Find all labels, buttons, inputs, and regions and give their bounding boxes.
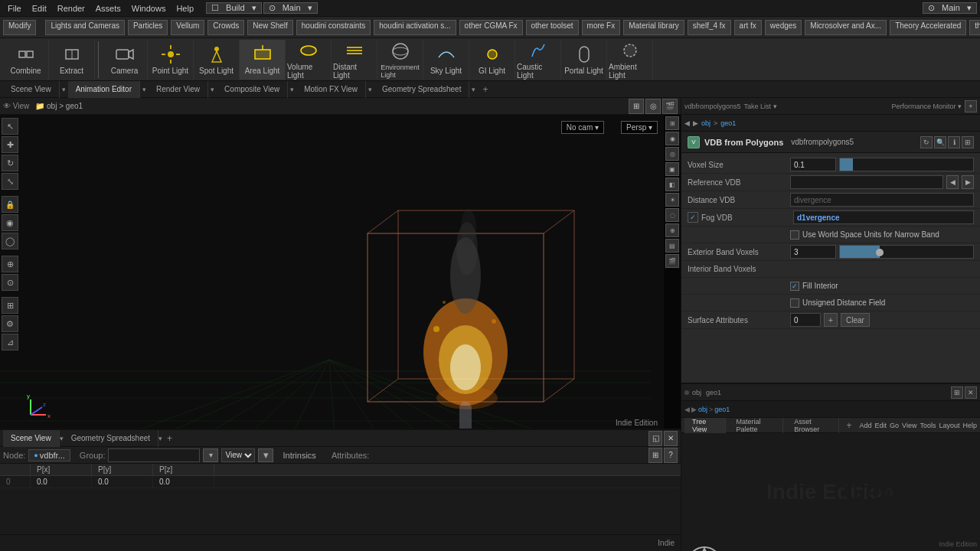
bottom-expand-btn[interactable]: ◱ bbox=[648, 431, 662, 446]
coord-tool[interactable]: ⊿ bbox=[2, 334, 18, 350]
gi-light-tool[interactable]: GI Light bbox=[469, 40, 515, 80]
ref-vdb-next[interactable]: ▶ bbox=[962, 175, 974, 189]
select-tool[interactable]: ↖ bbox=[2, 118, 18, 135]
vs-bg[interactable]: ▤ bbox=[665, 239, 679, 253]
spot-light-tool[interactable]: Spot Light bbox=[194, 40, 240, 80]
vs-overlay[interactable]: ⊕ bbox=[665, 223, 679, 237]
group-filter-btn[interactable]: ▾ bbox=[203, 448, 218, 462]
sky-light-tool[interactable]: Sky Light bbox=[423, 40, 469, 80]
table-filter-btn[interactable]: ⊞ bbox=[648, 448, 662, 463]
ref-vdb-input[interactable] bbox=[790, 175, 943, 189]
env-light-tool[interactable]: EnvironmentLight bbox=[377, 40, 423, 80]
dist-vdb-input[interactable] bbox=[790, 193, 974, 207]
crowds-btn[interactable]: Crowds bbox=[207, 20, 244, 35]
fill-interior-checkbox[interactable] bbox=[790, 282, 799, 291]
ext-band-slider[interactable] bbox=[839, 245, 974, 259]
lock-icon[interactable]: 🔒 bbox=[2, 196, 18, 213]
no-cam-badge[interactable]: No cam ▾ bbox=[561, 121, 604, 134]
more-fx-btn[interactable]: more Fx bbox=[582, 20, 621, 35]
vs-wire[interactable]: ▣ bbox=[665, 162, 679, 176]
fog-vdb-input[interactable] bbox=[793, 210, 974, 224]
viewport-display-btn[interactable]: ◎ bbox=[645, 99, 661, 114]
node-editor-canvas[interactable]: Indie Edition Geometry probablevolumes V… bbox=[681, 433, 980, 551]
node-info-btn[interactable]: ℹ bbox=[948, 136, 960, 148]
view-select-btn[interactable]: ▾ bbox=[258, 448, 273, 462]
new-shelf-btn[interactable]: New Shelf bbox=[247, 20, 293, 35]
rp-obj-label[interactable]: obj bbox=[692, 389, 701, 396]
tab-scene-view-bottom[interactable]: Scene View bbox=[3, 430, 60, 447]
vs-display2[interactable]: ◎ bbox=[665, 147, 679, 161]
point-light-tool[interactable]: Point Light bbox=[148, 40, 194, 80]
persp-badge[interactable]: Persp ▾ bbox=[621, 121, 658, 134]
handle-tool[interactable]: ⊞ bbox=[2, 297, 18, 314]
area-light-tool[interactable]: Area Light bbox=[240, 40, 286, 80]
clear-btn[interactable]: Clear bbox=[841, 313, 870, 327]
tab-geometry-spreadsheet-bottom[interactable]: Geometry Spreadsheet bbox=[64, 430, 158, 447]
move-tool[interactable]: ✚ bbox=[2, 136, 18, 153]
ne-tab-asset-browser[interactable]: Asset Browser bbox=[786, 418, 838, 433]
particles-btn[interactable]: Particles bbox=[128, 20, 168, 35]
vs-render[interactable]: 🎬 bbox=[665, 254, 679, 268]
ghost-tool[interactable]: ◯ bbox=[2, 233, 18, 249]
ne-help[interactable]: Help bbox=[962, 422, 977, 429]
theory-accel-btn[interactable]: Theory Accelerated bbox=[890, 20, 966, 35]
viewport-render-btn[interactable]: 🎬 bbox=[662, 99, 678, 114]
lights-cameras-btn[interactable]: Lights and Cameras bbox=[45, 20, 125, 35]
ne-view[interactable]: View bbox=[902, 422, 916, 429]
voxel-size-slider[interactable] bbox=[839, 158, 974, 171]
vs-display1[interactable]: ◉ bbox=[665, 132, 679, 145]
other-toolset-btn[interactable]: other toolset bbox=[526, 20, 579, 35]
vs-shading[interactable]: ◧ bbox=[665, 178, 679, 191]
surface-attr-input[interactable] bbox=[790, 313, 821, 327]
scale-tool[interactable]: ⤡ bbox=[2, 173, 18, 190]
unsigned-dist-checkbox[interactable] bbox=[790, 298, 799, 308]
vs-maximize[interactable]: ⊞ bbox=[665, 116, 679, 130]
menu-file[interactable]: File bbox=[3, 4, 26, 13]
portal-light-tool[interactable]: Portal Light bbox=[561, 40, 607, 80]
visibility-tool[interactable]: ◉ bbox=[2, 214, 18, 231]
camera-tool[interactable]: Camera bbox=[102, 40, 148, 80]
ne-tab-material[interactable]: Material Palette bbox=[729, 418, 784, 433]
rp-obj-path[interactable]: obj bbox=[701, 119, 710, 127]
ne-back[interactable]: ◀ bbox=[684, 406, 690, 413]
theory-accel2-btn[interactable]: theory accelerated bbox=[969, 20, 980, 35]
voxel-size-input[interactable] bbox=[790, 158, 836, 171]
ne-go[interactable]: Go bbox=[890, 422, 899, 429]
rp-perf-monitor[interactable]: Performance Monitor ▾ bbox=[891, 103, 962, 110]
viewport-snap-btn[interactable]: ⊞ bbox=[629, 99, 644, 114]
table-help-btn[interactable]: ? bbox=[664, 448, 678, 463]
shelf4-btn[interactable]: shelf_4 fx bbox=[688, 20, 731, 35]
viewport-3d[interactable]: ↖ ✚ ↻ ⤡ 🔒 ◉ ◯ ⊕ ⊙ ⊞ ⚙ ⊿ No cam ▾ Persp ▾ bbox=[0, 115, 681, 429]
tab-add-button[interactable]: + bbox=[478, 83, 492, 96]
houdini-activation-btn[interactable]: houdini activation s... bbox=[374, 20, 456, 35]
menu-help[interactable]: Help bbox=[172, 4, 198, 13]
group-input[interactable] bbox=[108, 448, 200, 462]
bottom-close-btn[interactable]: ✕ bbox=[664, 431, 678, 446]
ne-forward[interactable]: ▶ bbox=[691, 406, 697, 413]
combine-tool[interactable]: Combine bbox=[3, 40, 49, 80]
microsolver-btn[interactable]: Microsolver and Ax... bbox=[805, 20, 887, 35]
menu-edit[interactable]: Edit bbox=[28, 4, 51, 13]
rp-back-btn[interactable]: ◀ bbox=[684, 119, 690, 127]
menu-render[interactable]: Render bbox=[53, 4, 90, 13]
ne-geo[interactable]: geo1 bbox=[714, 406, 730, 413]
rotate-tool[interactable]: ↻ bbox=[2, 155, 18, 171]
ne-layout[interactable]: Layout bbox=[939, 422, 959, 429]
ref-vdb-prev[interactable]: ◀ bbox=[946, 175, 959, 189]
ne-obj[interactable]: obj bbox=[698, 406, 707, 413]
ne-add[interactable]: Add bbox=[860, 422, 872, 429]
distant-light-tool[interactable]: Distant Light bbox=[332, 40, 377, 80]
rp-geo-label[interactable]: geo1 bbox=[706, 389, 721, 396]
view-select[interactable]: View bbox=[221, 448, 255, 462]
vs-light[interactable]: ☀ bbox=[665, 193, 679, 207]
tab-geometry-spreadsheet[interactable]: Geometry Spreadsheet bbox=[374, 81, 469, 98]
tab-render-view[interactable]: Render View bbox=[149, 81, 208, 98]
ne-tab-tree-view[interactable]: Tree View bbox=[684, 418, 726, 433]
material-library-btn[interactable]: Material library bbox=[623, 20, 684, 35]
tab-composite-view[interactable]: Composite View bbox=[217, 81, 288, 98]
ambient-light-tool[interactable]: Ambient Light bbox=[607, 40, 653, 80]
snap-tool[interactable]: ⚙ bbox=[2, 315, 18, 332]
rp-add-btn[interactable]: + bbox=[965, 100, 977, 112]
ne-edit[interactable]: Edit bbox=[875, 422, 887, 429]
ne-close-btn[interactable]: ✕ bbox=[965, 386, 977, 399]
